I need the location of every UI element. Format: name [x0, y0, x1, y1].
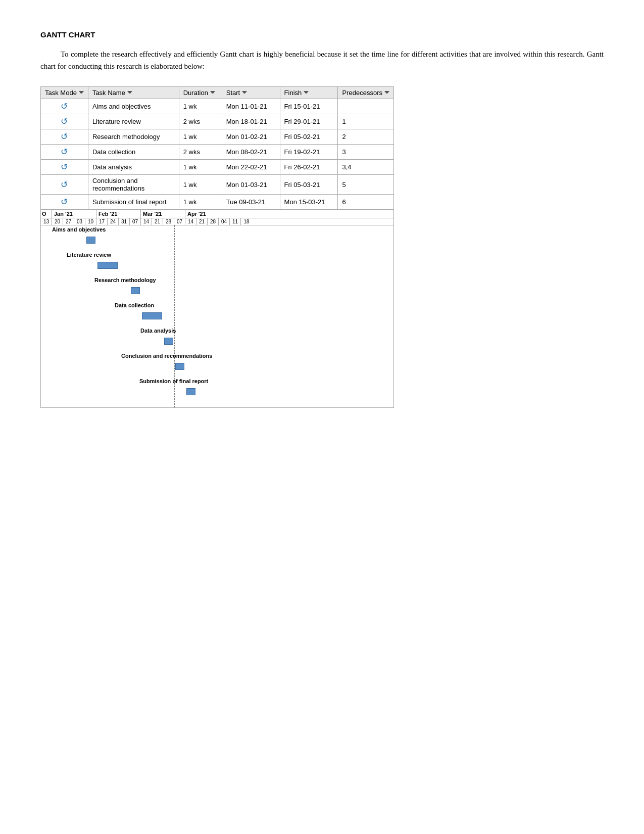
- task-duration-cell: 2 wks: [179, 145, 222, 160]
- sort-arrow-start: [242, 91, 247, 96]
- wk-07a: 07: [130, 218, 141, 225]
- gantt-month-apr: Apr '21: [185, 210, 230, 218]
- gantt-chart-wrapper: O Jan '21 Feb '21 Mar '21 Apr '21 13 20 …: [40, 210, 394, 408]
- task-icon-cell: ↺: [41, 160, 88, 175]
- task-name-cell: Aims and objectives: [88, 99, 179, 114]
- task-pred-cell: 5: [338, 175, 394, 195]
- wk-27: 27: [63, 218, 74, 225]
- gantt-zero-label: O: [41, 210, 52, 218]
- task-finish-cell: Mon 15-03-21: [280, 195, 338, 210]
- task-finish-cell: Fri 29-01-21: [280, 114, 338, 129]
- gantt-bar: [175, 363, 184, 370]
- sort-arrow-mode: [79, 91, 84, 96]
- task-icon-cell: ↺: [41, 99, 88, 114]
- gantt-month-mar: Mar '21: [141, 210, 185, 218]
- gantt-bar-row: Data collection: [41, 301, 393, 327]
- gantt-bar: [131, 287, 140, 294]
- gantt-bar-row: Research methodology: [41, 276, 393, 301]
- gantt-month-feb: Feb '21: [96, 210, 141, 218]
- task-icon-cell: ↺: [41, 129, 88, 145]
- task-icon: ↺: [61, 162, 68, 172]
- task-pred-cell: 2: [338, 129, 394, 145]
- task-start-cell: Mon 22-02-21: [222, 160, 280, 175]
- task-name-cell: Data analysis: [88, 160, 179, 175]
- gantt-bar-row: Conclusion and recommendations: [41, 352, 393, 377]
- task-icon-cell: ↺: [41, 195, 88, 210]
- wk-31: 31: [119, 218, 130, 225]
- task-name-cell: Research methodology: [88, 129, 179, 145]
- task-duration-cell: 1 wk: [179, 129, 222, 145]
- gantt-bar: [97, 262, 118, 269]
- gantt-bars-area: Aims and objectivesLiterature reviewRese…: [41, 225, 393, 407]
- wk-04: 04: [219, 218, 230, 225]
- gantt-bar: [142, 312, 162, 319]
- gantt-month-jan: Jan '21: [52, 210, 96, 218]
- sort-arrow-finish: [304, 91, 309, 96]
- gantt-bar-label: Literature review: [67, 252, 111, 258]
- task-pred-cell: [338, 99, 394, 114]
- task-pred-cell: 1: [338, 114, 394, 129]
- gantt-bar-label: Submission of final report: [139, 378, 208, 384]
- gantt-bar-row: Aims and objectives: [41, 225, 393, 251]
- task-icon-cell: ↺: [41, 114, 88, 129]
- wk-14a: 14: [141, 218, 152, 225]
- wk-18: 18: [241, 218, 252, 225]
- task-name-cell: Submission of final report: [88, 195, 179, 210]
- col-header-finish: Finish: [280, 87, 338, 99]
- task-finish-cell: Fri 15-01-21: [280, 99, 338, 114]
- gantt-bar: [86, 237, 95, 244]
- wk-28a: 28: [163, 218, 174, 225]
- gantt-bar: [164, 338, 173, 345]
- task-icon: ↺: [61, 180, 68, 190]
- col-header-duration: Duration: [179, 87, 222, 99]
- sort-arrow-duration: [210, 91, 215, 96]
- wk-21a: 21: [152, 218, 163, 225]
- wk-14b: 14: [185, 218, 196, 225]
- task-pred-cell: 6: [338, 195, 394, 210]
- wk-11: 11: [230, 218, 241, 225]
- gantt-bar-label: Aims and objectives: [52, 226, 106, 233]
- gantt-bar-label: Data collection: [115, 302, 154, 308]
- task-finish-cell: Fri 05-02-21: [280, 129, 338, 145]
- wk-17a: 17: [96, 218, 108, 225]
- task-start-cell: Mon 11-01-21: [222, 99, 280, 114]
- task-pred-cell: 3: [338, 145, 394, 160]
- task-start-cell: Mon 18-01-21: [222, 114, 280, 129]
- gantt-table: Task Mode Task Name Duration Start Finis…: [40, 86, 394, 210]
- gantt-bar-label: Data analysis: [140, 328, 176, 334]
- task-name-cell: Literature review: [88, 114, 179, 129]
- task-start-cell: Mon 01-03-21: [222, 175, 280, 195]
- page-title: GANTT CHART: [40, 30, 604, 39]
- gantt-bar-row: Data analysis: [41, 327, 393, 352]
- wk-28b: 28: [208, 218, 219, 225]
- task-finish-cell: Fri 19-02-21: [280, 145, 338, 160]
- col-header-pred: Predecessors: [338, 87, 394, 99]
- gantt-bar-label: Conclusion and recommendations: [121, 353, 212, 359]
- wk-13: 13: [41, 218, 52, 225]
- task-name-cell: Data collection: [88, 145, 179, 160]
- task-start-cell: Mon 08-02-21: [222, 145, 280, 160]
- task-duration-cell: 2 wks: [179, 114, 222, 129]
- wk-03a: 03: [74, 218, 85, 225]
- task-icon-cell: ↺: [41, 145, 88, 160]
- col-header-start: Start: [222, 87, 280, 99]
- task-icon: ↺: [61, 117, 68, 126]
- task-start-cell: Mon 01-02-21: [222, 129, 280, 145]
- task-finish-cell: Fri 26-02-21: [280, 160, 338, 175]
- task-finish-cell: Fri 05-03-21: [280, 175, 338, 195]
- task-icon: ↺: [61, 132, 68, 142]
- col-header-mode: Task Mode: [41, 87, 88, 99]
- intro-paragraph: To complete the research effectively and…: [40, 48, 604, 72]
- task-start-cell: Tue 09-03-21: [222, 195, 280, 210]
- gantt-bar-row: Literature review: [41, 251, 393, 276]
- wk-24a: 24: [108, 218, 119, 225]
- gantt-bar-label: Research methodology: [94, 277, 156, 283]
- gantt-month-row: O Jan '21 Feb '21 Mar '21 Apr '21: [41, 210, 393, 218]
- wk-21b: 21: [196, 218, 208, 225]
- task-duration-cell: 1 wk: [179, 99, 222, 114]
- task-duration-cell: 1 wk: [179, 195, 222, 210]
- task-duration-cell: 1 wk: [179, 160, 222, 175]
- sort-arrow-pred: [384, 91, 389, 96]
- gantt-week-row: 13 20 27 03 10 17 24 31 07 14 21 28 07 1…: [41, 218, 393, 225]
- task-duration-cell: 1 wk: [179, 175, 222, 195]
